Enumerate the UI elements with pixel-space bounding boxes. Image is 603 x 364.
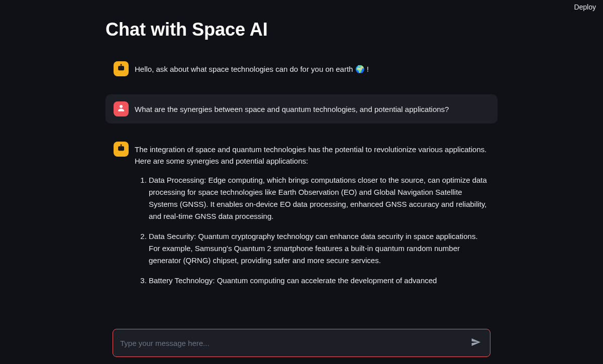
user-avatar — [114, 101, 129, 116]
list-item: Data Security: Quantum cryptography tech… — [149, 230, 489, 267]
robot-icon — [117, 144, 126, 155]
svg-point-7 — [120, 148, 121, 149]
message-intro: The integration of space and quantum tec… — [135, 144, 489, 167]
svg-point-4 — [121, 64, 122, 65]
svg-point-5 — [120, 105, 123, 108]
input-area — [113, 329, 490, 357]
bot-avatar — [114, 142, 129, 157]
deploy-button[interactable]: Deploy — [574, 3, 596, 11]
messages-list: Hello, ask about what space technologies… — [106, 54, 497, 302]
page-title: Chat with Space AI — [106, 19, 497, 40]
person-icon — [117, 103, 126, 114]
chat-container: Chat with Space AI Hello, ask abou — [106, 0, 497, 302]
send-icon — [471, 337, 481, 349]
svg-point-2 — [122, 68, 123, 69]
message-bot: Hello, ask about what space technologies… — [106, 54, 497, 83]
message-input-container[interactable] — [113, 329, 490, 357]
svg-point-8 — [122, 148, 123, 149]
message-text: The integration of space and quantum tec… — [135, 142, 489, 295]
message-list: Data Processing: Edge computing, which b… — [135, 174, 489, 287]
svg-point-10 — [121, 145, 122, 146]
list-item: Data Processing: Edge computing, which b… — [149, 174, 489, 222]
svg-point-1 — [120, 68, 121, 69]
message-user: What are the synergies between space and… — [106, 94, 497, 124]
scroll-fade — [0, 314, 603, 329]
message-bot: The integration of space and quantum tec… — [106, 135, 497, 302]
message-text: What are the synergies between space and… — [135, 101, 449, 115]
list-item: Battery Technology: Quantum computing ca… — [149, 275, 489, 287]
message-input[interactable] — [120, 339, 466, 347]
send-button[interactable] — [469, 335, 483, 351]
robot-icon — [117, 63, 126, 74]
bot-avatar — [114, 61, 129, 76]
message-text: Hello, ask about what space technologies… — [135, 61, 369, 75]
messages-scroll[interactable]: Hello, ask about what space technologies… — [106, 54, 497, 302]
